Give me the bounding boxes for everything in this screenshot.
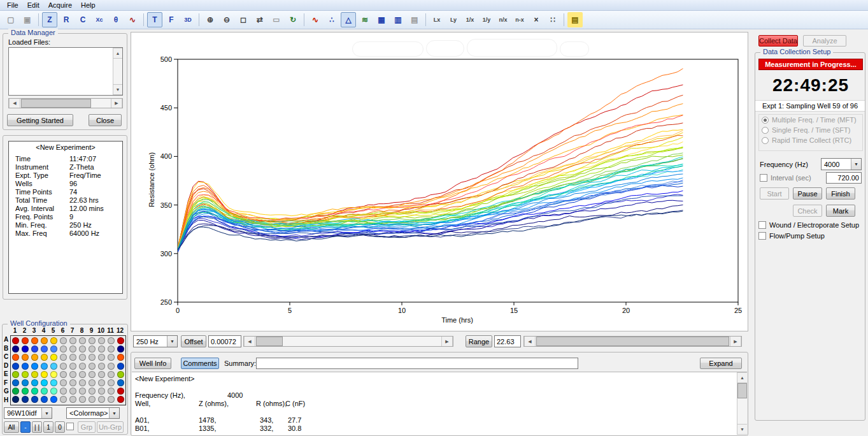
well-D11[interactable] [108, 363, 115, 370]
well-D4[interactable] [41, 363, 48, 370]
well-B4[interactable] [41, 345, 48, 352]
well-C2[interactable] [22, 354, 29, 361]
zoom-out-icon[interactable]: ⊖ [219, 12, 234, 27]
well-B10[interactable] [98, 345, 105, 352]
well-B2[interactable] [22, 345, 29, 352]
start-button[interactable]: Start [760, 187, 789, 200]
scroll-right-icon[interactable]: ▶ [441, 337, 453, 346]
loaded-files-listbox[interactable]: ▲ ▼ [8, 47, 123, 96]
notes-icon[interactable]: ▤ [567, 12, 583, 27]
well-A7[interactable] [69, 337, 76, 344]
mode-radio-rtc[interactable]: Rapid Time Collect (RTC) [759, 135, 862, 145]
well-F4[interactable] [41, 379, 48, 386]
well-G10[interactable] [98, 388, 105, 395]
scrollbar-thumb[interactable] [536, 337, 729, 346]
refresh-icon[interactable]: ↻ [285, 12, 301, 27]
close-button[interactable]: Close [89, 114, 122, 126]
scatter-plot-icon[interactable]: ∴ [324, 12, 339, 27]
range-value-box[interactable]: 22.63 [494, 335, 521, 347]
check-button[interactable]: Check [793, 205, 822, 217]
chevron-down-icon[interactable]: ▼ [41, 408, 52, 418]
expand-button[interactable]: Expand [700, 358, 742, 369]
well-E9[interactable] [89, 371, 96, 378]
loaded-files-vscrollbar[interactable]: ▲ ▼ [113, 48, 122, 95]
well-F9[interactable] [89, 379, 96, 386]
offset-scrollbar[interactable]: ◀ ▶ [243, 336, 453, 347]
interval-value-box[interactable]: 720.00 [826, 172, 862, 184]
well-config-checkbox[interactable] [66, 423, 74, 430]
well-E10[interactable] [98, 371, 105, 378]
well-E11[interactable] [108, 371, 115, 378]
scroll-right-icon[interactable]: ▶ [111, 99, 122, 108]
impedance-z-icon[interactable]: Z [42, 12, 57, 27]
collect-data-button[interactable]: Collect Data [758, 35, 798, 47]
flow-setup-checkbox[interactable] [758, 232, 766, 240]
well-H10[interactable] [98, 396, 105, 403]
well-C7[interactable] [69, 354, 76, 361]
invert-x-icon[interactable]: 1/x [462, 12, 478, 27]
well-A1[interactable] [12, 337, 19, 344]
well-C12[interactable] [117, 354, 124, 361]
mode-radio-mft[interactable]: Multiple Freq. / Time (MFT) [759, 115, 862, 125]
chevron-down-icon[interactable]: ▼ [851, 159, 861, 170]
resistance-r-icon[interactable]: R [59, 12, 74, 27]
well-E12[interactable] [117, 371, 124, 378]
menu-item-edit[interactable]: Edit [23, 1, 44, 10]
well-C9[interactable] [89, 354, 96, 361]
chevron-down-icon[interactable]: ▼ [167, 336, 177, 347]
well-D12[interactable] [117, 363, 124, 370]
scroll-left-icon[interactable]: ◀ [9, 99, 20, 108]
well-grid-icon[interactable]: ▥ [390, 12, 406, 27]
normalize-subtract-icon[interactable]: n-x [512, 12, 527, 27]
well-D9[interactable] [89, 363, 96, 370]
well-B1[interactable] [12, 345, 19, 352]
well-D5[interactable] [50, 363, 57, 370]
well-F7[interactable] [69, 379, 76, 386]
analyze-button[interactable]: Analyze [803, 35, 846, 47]
well-H2[interactable] [22, 396, 29, 403]
well-A5[interactable] [50, 337, 57, 344]
scroll-up-icon[interactable]: ▲ [737, 372, 747, 383]
log-x-axis-icon[interactable]: Lx [429, 12, 445, 27]
wound-setup-checkbox[interactable] [758, 221, 766, 229]
well-F12[interactable] [117, 379, 124, 386]
chevron-down-icon[interactable]: ▼ [109, 408, 119, 418]
well-filter-1-button[interactable]: 1 [43, 421, 53, 433]
scroll-left-icon[interactable]: ◀ [244, 337, 255, 346]
well-E5[interactable] [50, 371, 57, 378]
well-A9[interactable] [89, 337, 96, 344]
well-A4[interactable] [41, 337, 48, 344]
well-C8[interactable] [79, 354, 86, 361]
menu-item-help[interactable]: Help [76, 1, 100, 10]
interval-checkbox[interactable] [760, 174, 767, 182]
frequency-select[interactable]: 4000 ▼ [821, 158, 862, 170]
well-E1[interactable] [12, 371, 19, 378]
well-H4[interactable] [41, 396, 48, 403]
well-G2[interactable] [22, 388, 29, 395]
well-H7[interactable] [69, 396, 76, 403]
resistance-time-chart[interactable]: 0510152025250300350400450500 [131, 33, 748, 331]
well-C6[interactable] [60, 354, 67, 361]
well-D1[interactable] [12, 363, 19, 370]
well-C4[interactable] [41, 354, 48, 361]
well-B6[interactable] [60, 345, 67, 352]
well-E2[interactable] [22, 371, 29, 378]
well-info-button[interactable]: Well Info [134, 358, 171, 369]
well-H8[interactable] [79, 396, 86, 403]
well-A2[interactable] [22, 337, 29, 344]
plot-3d-icon[interactable]: 3D [180, 12, 196, 27]
pause-button[interactable]: Pause [793, 187, 822, 200]
colormap-select[interactable]: <Colormap> ▼ [66, 407, 120, 419]
comments-button[interactable]: Comments [181, 358, 219, 369]
comments-textarea[interactable]: <New Experiment>Frequency (Hz),4000Well,… [132, 372, 747, 435]
zoom-window-icon[interactable]: ◻ [236, 12, 251, 27]
well-A10[interactable] [98, 337, 105, 344]
loaded-files-hscrollbar[interactable]: ◀ ▶ [8, 98, 123, 108]
multi-peak-icon[interactable]: ≋ [357, 12, 373, 27]
well-H6[interactable] [60, 396, 67, 403]
well-G8[interactable] [79, 388, 86, 395]
well-H9[interactable] [89, 396, 96, 403]
line-plot-icon[interactable]: ∿ [308, 12, 323, 27]
clear-marks-icon[interactable]: × [529, 12, 544, 27]
scroll-down-icon[interactable]: ▼ [113, 84, 122, 95]
